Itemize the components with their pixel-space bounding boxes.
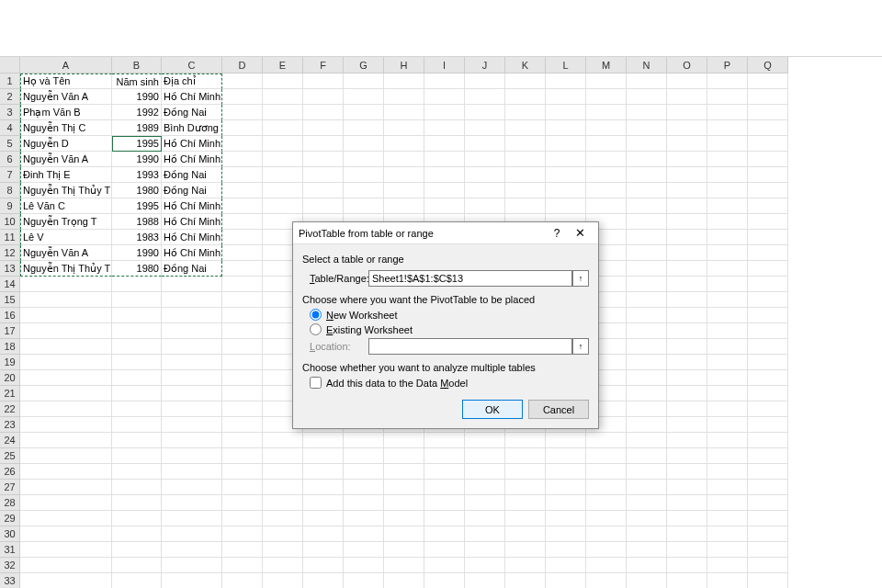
cell-P9[interactable] — [707, 198, 748, 214]
column-header-N[interactable]: N — [627, 57, 667, 74]
cell-K28[interactable] — [505, 495, 546, 511]
select-all-corner[interactable] — [0, 57, 20, 74]
cell-P25[interactable] — [707, 448, 748, 464]
cell-I28[interactable] — [424, 495, 465, 511]
cell-C22[interactable] — [162, 401, 222, 417]
cell-O7[interactable] — [667, 167, 707, 183]
row-header-30[interactable]: 30 — [0, 526, 20, 542]
row-header-20[interactable]: 20 — [0, 370, 20, 386]
cell-F2[interactable] — [303, 89, 344, 105]
cell-E33[interactable] — [263, 573, 303, 588]
cell-N10[interactable] — [627, 214, 667, 230]
cell-O5[interactable] — [667, 136, 707, 152]
cell-N24[interactable] — [627, 433, 667, 448]
cell-N19[interactable] — [627, 355, 667, 370]
cell-F3[interactable] — [303, 105, 344, 120]
cell-C27[interactable] — [162, 480, 222, 495]
cell-K31[interactable] — [505, 542, 546, 558]
cell-C18[interactable] — [162, 339, 222, 355]
cell-L27[interactable] — [546, 480, 586, 495]
cell-J33[interactable] — [465, 573, 505, 588]
cell-D24[interactable] — [222, 433, 263, 448]
cell-A19[interactable] — [20, 355, 112, 370]
cell-N9[interactable] — [627, 198, 667, 214]
cell-A33[interactable] — [20, 573, 112, 588]
cell-N3[interactable] — [627, 105, 667, 120]
cell-Q22[interactable] — [748, 401, 788, 417]
cell-B19[interactable] — [112, 355, 162, 370]
cell-M31[interactable] — [586, 542, 627, 558]
cell-E8[interactable] — [263, 183, 303, 198]
cell-A9[interactable]: Lê Văn C — [20, 198, 112, 214]
cell-N21[interactable] — [627, 386, 667, 401]
column-header-Q[interactable]: Q — [748, 57, 788, 74]
cell-O11[interactable] — [667, 230, 707, 245]
cell-Q18[interactable] — [748, 339, 788, 355]
cell-I1[interactable] — [424, 74, 465, 89]
cell-L6[interactable] — [546, 152, 586, 167]
cell-P2[interactable] — [707, 89, 748, 105]
cell-M24[interactable] — [586, 433, 627, 448]
cell-C2[interactable]: Hồ Chí Minh — [162, 89, 222, 105]
cell-N29[interactable] — [627, 511, 667, 526]
cell-F28[interactable] — [303, 495, 344, 511]
cell-F4[interactable] — [303, 120, 344, 136]
row-header-11[interactable]: 11 — [0, 230, 20, 245]
cell-N6[interactable] — [627, 152, 667, 167]
cell-L3[interactable] — [546, 105, 586, 120]
cell-P6[interactable] — [707, 152, 748, 167]
cell-D11[interactable] — [222, 230, 263, 245]
cell-B16[interactable] — [112, 308, 162, 323]
cell-I9[interactable] — [424, 198, 465, 214]
row-header-4[interactable]: 4 — [0, 120, 20, 136]
cell-N2[interactable] — [627, 89, 667, 105]
cell-F26[interactable] — [303, 464, 344, 480]
column-header-C[interactable]: C — [162, 57, 222, 74]
cell-P7[interactable] — [707, 167, 748, 183]
cell-P21[interactable] — [707, 386, 748, 401]
cell-B3[interactable]: 1992 — [112, 105, 162, 120]
cell-A32[interactable] — [20, 558, 112, 573]
cell-C20[interactable] — [162, 370, 222, 386]
column-header-J[interactable]: J — [465, 57, 505, 74]
cell-F27[interactable] — [303, 480, 344, 495]
cell-D27[interactable] — [222, 480, 263, 495]
cell-I3[interactable] — [424, 105, 465, 120]
cell-E9[interactable] — [263, 198, 303, 214]
cell-B8[interactable]: 1980 — [112, 183, 162, 198]
cell-L28[interactable] — [546, 495, 586, 511]
cell-E7[interactable] — [263, 167, 303, 183]
cell-C14[interactable] — [162, 277, 222, 292]
cell-H25[interactable] — [384, 448, 424, 464]
cell-Q31[interactable] — [748, 542, 788, 558]
cell-J27[interactable] — [465, 480, 505, 495]
cell-M32[interactable] — [586, 558, 627, 573]
cell-D25[interactable] — [222, 448, 263, 464]
cell-Q27[interactable] — [748, 480, 788, 495]
ok-button[interactable]: OK — [462, 400, 523, 419]
row-header-32[interactable]: 32 — [0, 558, 20, 573]
cell-N26[interactable] — [627, 464, 667, 480]
cell-B1[interactable]: Năm sinh — [112, 74, 162, 89]
cell-Q4[interactable] — [748, 120, 788, 136]
cell-P12[interactable] — [707, 245, 748, 261]
row-header-10[interactable]: 10 — [0, 214, 20, 230]
cell-B32[interactable] — [112, 558, 162, 573]
cell-K6[interactable] — [505, 152, 546, 167]
cancel-button[interactable]: Cancel — [528, 400, 589, 419]
cell-Q8[interactable] — [748, 183, 788, 198]
cell-C21[interactable] — [162, 386, 222, 401]
cell-N5[interactable] — [627, 136, 667, 152]
cell-O24[interactable] — [667, 433, 707, 448]
cell-I31[interactable] — [424, 542, 465, 558]
cell-Q5[interactable] — [748, 136, 788, 152]
row-header-5[interactable]: 5 — [0, 136, 20, 152]
cell-D32[interactable] — [222, 558, 263, 573]
cell-J9[interactable] — [465, 198, 505, 214]
cell-M26[interactable] — [586, 464, 627, 480]
row-header-21[interactable]: 21 — [0, 386, 20, 401]
cell-G24[interactable] — [344, 433, 384, 448]
cell-H30[interactable] — [384, 526, 424, 542]
column-header-M[interactable]: M — [586, 57, 627, 74]
cell-P14[interactable] — [707, 277, 748, 292]
